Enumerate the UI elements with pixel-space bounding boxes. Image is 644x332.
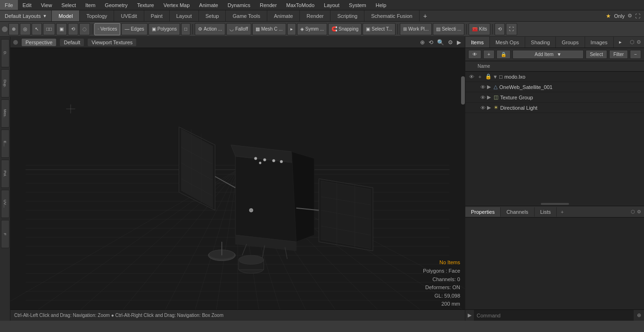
sidebar-btn-f[interactable]: F [1, 220, 9, 248]
rb-tab-lists[interactable]: Lists [535, 207, 557, 217]
tree-eye-texture[interactable]: 👁 [479, 93, 487, 102]
tree-expand-texture[interactable]: ▶ [487, 94, 494, 100]
tool-workpl[interactable]: ⊞ Work Pl... [400, 23, 432, 35]
sidebar-btn-mes[interactable]: Mes. [1, 99, 9, 128]
layout-tab-model[interactable]: Model [52, 10, 80, 21]
tool-snapping[interactable]: 🧲 Snapping [328, 23, 362, 35]
viewport-dot[interactable] [13, 40, 18, 45]
viewport-tab-textures[interactable]: Viewport Textures [88, 39, 136, 46]
menu-item-maxtomodo[interactable]: MaxToModo [281, 0, 319, 10]
sidebar-btn-dup[interactable]: Dup. [1, 69, 9, 97]
rb-tab-properties[interactable]: Properties [465, 207, 501, 217]
layout-tab-uvedit[interactable]: UVEdit [114, 10, 144, 21]
tool-rotate[interactable]: ⟲ [68, 23, 78, 35]
fullscreen-icon[interactable]: ⛶ [635, 13, 640, 19]
layout-tab-animate[interactable]: Animate [267, 10, 300, 21]
tool-square[interactable]: ▣ [56, 23, 67, 35]
command-input-wrap[interactable] [474, 310, 634, 321]
rb-tab-channels[interactable]: Channels [501, 207, 534, 217]
tool-globe[interactable]: ⊕ [8, 23, 19, 35]
menu-item-help[interactable]: Help [371, 0, 391, 10]
command-search-btn[interactable]: ⊕ [634, 312, 644, 318]
menu-item-system[interactable]: System [344, 0, 371, 10]
tree-lock-modo[interactable]: 🔒 [484, 73, 493, 81]
layout-tab-render[interactable]: Render [300, 10, 330, 21]
menu-item-edit[interactable]: Edit [18, 0, 36, 10]
tool-mode-extra[interactable]: □ [181, 23, 190, 35]
right-panel-settings-btn[interactable]: ⚙ [636, 39, 641, 45]
viewport-canvas[interactable]: X Y Z No Items Polygons : Face Channels:… [10, 48, 465, 309]
tool-action[interactable]: ⚙ Action ... [195, 23, 225, 35]
vp-expand-icon[interactable]: ▶ [456, 38, 462, 47]
tool-fullscreen[interactable]: ⛶ [506, 23, 517, 35]
tool-mesh[interactable]: ▦ Mesh C ... [252, 23, 286, 35]
layout-tab-plus[interactable]: + [420, 11, 431, 21]
tool-selecti[interactable]: ▤ Selecti ... [433, 23, 464, 35]
tool-rects[interactable]: □□ [43, 23, 55, 35]
sidebar-btn-e[interactable]: E... [1, 130, 9, 158]
vp-look-icon[interactable]: ⊕ [419, 38, 426, 47]
layout-tab-setup[interactable]: Setup [199, 10, 226, 21]
tool-dotcircle[interactable]: ◌ [79, 23, 90, 35]
tree-item-satellite[interactable]: 👁 ▶ △ OneWeb_Satellite_001 [465, 82, 644, 92]
tree-eye-satellite[interactable]: 👁 [479, 83, 487, 91]
menu-item-view[interactable]: View [36, 0, 57, 10]
eye-btn[interactable]: 👁 [468, 50, 481, 59]
add-item-button[interactable]: Add Item ▼ [512, 50, 584, 59]
right-scrollbar-handle[interactable] [541, 203, 569, 205]
right-tab-images[interactable]: Images [585, 37, 614, 48]
sidebar-btn-pol[interactable]: Pol. [1, 160, 9, 188]
vp-zoom-icon[interactable]: 🔍 [436, 38, 445, 47]
layout-dropdown[interactable]: Default Layouts ▼ [0, 10, 52, 21]
right-tab-mesh-ops[interactable]: Mesh Ops [490, 37, 525, 48]
tool-polygons[interactable]: ▣ Polygons [149, 23, 180, 35]
tool-symm-arrow[interactable]: ▸ [287, 23, 296, 35]
cmd-arrow[interactable]: ▶ [465, 312, 474, 318]
tree-expand-modo[interactable]: ▼ [493, 74, 499, 80]
tree-item-texture[interactable]: 👁 ▶ ◫ Texture Group [465, 92, 644, 103]
tree-expand-satellite[interactable]: ▶ [487, 84, 494, 90]
layout-tab-layout[interactable]: Layout [170, 10, 199, 21]
tool-kits[interactable]: 🧰 Kits [469, 23, 490, 35]
tool-arrow[interactable]: ↖ [32, 23, 42, 35]
tool-symm[interactable]: ◈ Symm ... [297, 23, 327, 35]
rb-tab-plus[interactable]: + [557, 207, 567, 217]
menu-item-animate[interactable]: Animate [194, 0, 223, 10]
menu-item-layout[interactable]: Layout [319, 0, 344, 10]
sidebar-btn-d[interactable]: D. [1, 39, 9, 67]
right-tab-more[interactable]: ▸ [615, 37, 626, 47]
vp-settings-icon[interactable]: ⚙ [447, 38, 454, 47]
tool-edges[interactable]: — Edges [121, 23, 147, 35]
select-button[interactable]: Select [586, 50, 607, 59]
menu-item-item[interactable]: Item [81, 0, 100, 10]
tool-select-t[interactable]: ▣ Select T... [363, 23, 396, 35]
tree-expand-light[interactable]: ▶ [487, 105, 494, 111]
viewport-scrollbar[interactable] [461, 76, 465, 105]
layout-tab-game-tools[interactable]: Game Tools [226, 10, 267, 21]
right-tab-shading[interactable]: Shading [525, 37, 556, 48]
lock-btn[interactable]: + [483, 50, 495, 59]
tree-item-modo-lxo[interactable]: 👁 + 🔒 ▼ □ modo.lxo [465, 72, 644, 82]
menu-item-geometry[interactable]: Geometry [100, 0, 132, 10]
layout-tab-schematic-fusion[interactable]: Schematic Fusion [364, 10, 419, 21]
settings-icon[interactable]: ⚙ [627, 13, 632, 19]
right-tab-items[interactable]: Items [465, 37, 490, 48]
layout-tab-scripting[interactable]: Scripting [330, 10, 364, 21]
menu-item-select[interactable]: Select [57, 0, 81, 10]
rb-expand-btn-1[interactable]: ⬡ [631, 209, 635, 214]
tree-eye-light[interactable]: 👁 [479, 104, 487, 112]
filter-button[interactable]: Filter [609, 50, 628, 59]
menu-item-texture[interactable]: Texture [132, 0, 159, 10]
right-panel-expand-btn[interactable]: ⬡ [630, 39, 635, 45]
right-tab-groups[interactable]: Groups [556, 37, 585, 48]
menu-item-vertex map[interactable]: Vertex Map [159, 0, 195, 10]
tool-circle[interactable]: ◎ [20, 23, 31, 35]
tool-select-none[interactable] [2, 26, 8, 32]
tree-add-modo[interactable]: + [476, 73, 484, 81]
tool-vertices[interactable]: · Vertices [94, 23, 120, 35]
tree-item-light[interactable]: 👁 ▶ ☀ Directional Light [465, 103, 644, 113]
vp-rotate-icon[interactable]: ⟲ [428, 38, 434, 47]
tool-undo[interactable]: ⟲ [495, 23, 505, 35]
sidebar-btn-uv[interactable]: UV... [1, 190, 9, 218]
command-input[interactable] [474, 313, 634, 318]
